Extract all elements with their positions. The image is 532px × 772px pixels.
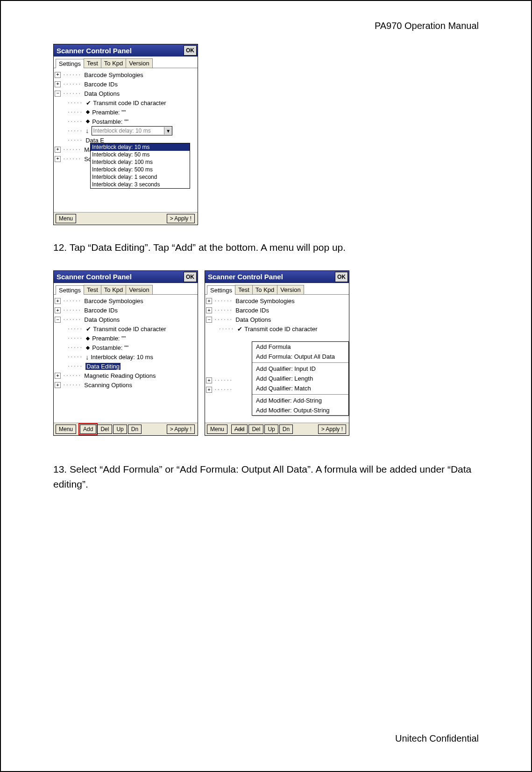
- plus-icon[interactable]: +: [55, 81, 61, 87]
- tree-node[interactable]: − ······ Data Options: [55, 315, 197, 325]
- tree-connector: ······: [63, 81, 84, 87]
- plus-icon[interactable]: +: [55, 373, 61, 379]
- dropdown-option[interactable]: Interblock delay: 3 seconds: [91, 181, 190, 188]
- dn-button[interactable]: Dn: [128, 425, 142, 434]
- minus-icon[interactable]: −: [55, 91, 61, 97]
- dropdown-option[interactable]: Interblock delay: 10 ms: [91, 143, 190, 151]
- add-button[interactable]: Add: [231, 425, 248, 434]
- titlebar: Scanner Control Panel OK: [54, 271, 198, 283]
- tab-tokpd[interactable]: To Kpd: [252, 285, 277, 294]
- window-title: Scanner Control Panel: [57, 47, 184, 55]
- tree-node[interactable]: − ······ Data Options: [206, 315, 348, 325]
- tab-settings[interactable]: Settings: [56, 59, 84, 68]
- tree-leaf[interactable]: ····· ↓ Interblock delay: 10 ms: [55, 353, 197, 362]
- tree-leaf[interactable]: ····· ↓ ▼: [55, 126, 197, 135]
- tree-node[interactable]: + ······ Barcode IDs: [55, 306, 197, 315]
- tree-leaf[interactable]: ····· Preamble: "": [55, 334, 197, 343]
- plus-icon[interactable]: +: [206, 387, 212, 393]
- tree-node[interactable]: + ······ Scanning Options: [55, 381, 197, 390]
- menu-button[interactable]: Menu: [207, 425, 227, 434]
- plus-icon[interactable]: +: [55, 72, 61, 78]
- up-button[interactable]: Up: [113, 425, 127, 434]
- settings-tree: + ······ Barcode Symbologies + ······ Ba…: [205, 295, 349, 423]
- scanner-panel-data-editing: Scanner Control Panel OK Settings Test T…: [53, 270, 198, 436]
- step-13-text: 13. Select “Add Formula” or “Add Formula…: [53, 462, 481, 492]
- menu-item-add-qualifier-inputid[interactable]: Add Qualifier: Input ID: [252, 364, 348, 374]
- minus-icon[interactable]: −: [206, 317, 212, 323]
- plus-icon[interactable]: +: [55, 298, 61, 304]
- minus-icon[interactable]: −: [55, 317, 61, 323]
- tree-label: Data Options: [84, 90, 120, 97]
- tab-version[interactable]: Version: [126, 285, 152, 294]
- tab-test[interactable]: Test: [84, 285, 101, 294]
- dropdown-value[interactable]: [92, 127, 164, 135]
- up-button[interactable]: Up: [264, 425, 278, 434]
- tree-node[interactable]: + ······ Barcode IDs: [55, 79, 197, 89]
- tab-test[interactable]: Test: [235, 285, 253, 294]
- dropdown-option[interactable]: Interblock delay: 100 ms: [91, 158, 190, 166]
- menu-button[interactable]: Menu: [56, 425, 76, 434]
- tree-label: Preamble: "": [92, 335, 126, 342]
- menu-button[interactable]: Menu: [56, 214, 76, 223]
- chevron-down-icon[interactable]: ▼: [164, 127, 172, 135]
- tab-tokpd[interactable]: To Kpd: [101, 285, 126, 294]
- plus-icon[interactable]: +: [55, 156, 61, 162]
- dn-button[interactable]: Dn: [279, 425, 293, 434]
- dropdown-option[interactable]: Interblock delay: 50 ms: [91, 151, 190, 158]
- menu-item-add-modifier-addstring[interactable]: Add Modifier: Add-String: [252, 396, 348, 405]
- page-header: PA970 Operation Manual: [375, 21, 479, 31]
- dropdown-option[interactable]: Interblock delay: 500 ms: [91, 166, 190, 173]
- tree-node[interactable]: + ······ Magnetic Reading Options: [55, 371, 197, 381]
- del-button[interactable]: Del: [97, 425, 112, 434]
- tab-version[interactable]: Version: [126, 58, 152, 68]
- menu-item-add-qualifier-match[interactable]: Add Qualifier: Match: [252, 383, 348, 393]
- plus-icon[interactable]: +: [55, 382, 61, 388]
- menu-item-add-formula-output-all[interactable]: Add Formula: Output All Data: [252, 352, 348, 361]
- tree-leaf[interactable]: ····· Postamble: "": [55, 343, 197, 353]
- tree-connector: ·····: [206, 326, 237, 332]
- plus-icon[interactable]: +: [206, 298, 212, 304]
- apply-button[interactable]: > Apply !: [318, 425, 346, 434]
- tree-connector: ······: [63, 72, 84, 78]
- tree-connector: ······: [214, 387, 235, 393]
- tree-connector: ·····: [55, 119, 85, 125]
- tree-node[interactable]: + ······ Barcode Symbologies: [206, 297, 348, 306]
- tab-test[interactable]: Test: [84, 58, 101, 68]
- tab-settings[interactable]: Settings: [56, 285, 84, 295]
- add-context-menu[interactable]: Add Formula Add Formula: Output All Data…: [252, 341, 349, 416]
- del-button[interactable]: Del: [248, 425, 263, 434]
- tree-leaf[interactable]: ····· ✔ Transmit code ID character: [206, 325, 348, 334]
- tree-node[interactable]: + ······ Barcode IDs: [206, 306, 348, 315]
- interblock-delay-dropdown[interactable]: ▼: [92, 126, 172, 135]
- menu-item-add-qualifier-length[interactable]: Add Qualifier: Length: [252, 374, 348, 383]
- dropdown-option[interactable]: Interblock delay: 1 second: [91, 173, 190, 181]
- apply-button[interactable]: > Apply !: [167, 425, 195, 434]
- tab-tokpd[interactable]: To Kpd: [101, 58, 126, 68]
- tree-node[interactable]: + ······ Barcode Symbologies: [55, 70, 197, 79]
- tree-connector: ·····: [55, 345, 85, 351]
- plus-icon[interactable]: +: [206, 377, 212, 383]
- menu-item-add-formula[interactable]: Add Formula: [252, 342, 348, 352]
- add-button[interactable]: Add: [80, 425, 96, 434]
- ok-button[interactable]: OK: [335, 272, 348, 282]
- menu-item-add-modifier-outputstring[interactable]: Add Modifier: Output-String: [252, 405, 348, 415]
- tree-leaf[interactable]: ····· Postamble: "": [55, 117, 197, 126]
- plus-icon[interactable]: +: [206, 307, 212, 313]
- ok-button[interactable]: OK: [184, 272, 197, 282]
- apply-button[interactable]: > Apply !: [167, 214, 195, 223]
- tree-leaf[interactable]: ····· Preamble: "": [55, 107, 197, 117]
- tree-connector: ·····: [55, 128, 85, 134]
- tree-leaf[interactable]: ····· ✔ Transmit code ID character: [55, 98, 197, 107]
- tree-node[interactable]: − ······ Data Options: [55, 89, 197, 98]
- dropdown-list[interactable]: Interblock delay: 10 ms Interblock delay…: [90, 143, 190, 189]
- tree-leaf[interactable]: ····· Data Editing: [55, 362, 197, 371]
- tree-leaf[interactable]: ····· ✔ Transmit code ID character: [55, 325, 197, 334]
- tree-connector: ······: [214, 317, 235, 323]
- page-footer: Unitech Confidential: [395, 733, 479, 744]
- tab-settings[interactable]: Settings: [207, 285, 235, 295]
- tab-version[interactable]: Version: [277, 285, 304, 294]
- tree-node[interactable]: + ······ Barcode Symbologies: [55, 297, 197, 306]
- plus-icon[interactable]: +: [55, 307, 61, 313]
- plus-icon[interactable]: +: [55, 147, 61, 153]
- ok-button[interactable]: OK: [184, 45, 197, 56]
